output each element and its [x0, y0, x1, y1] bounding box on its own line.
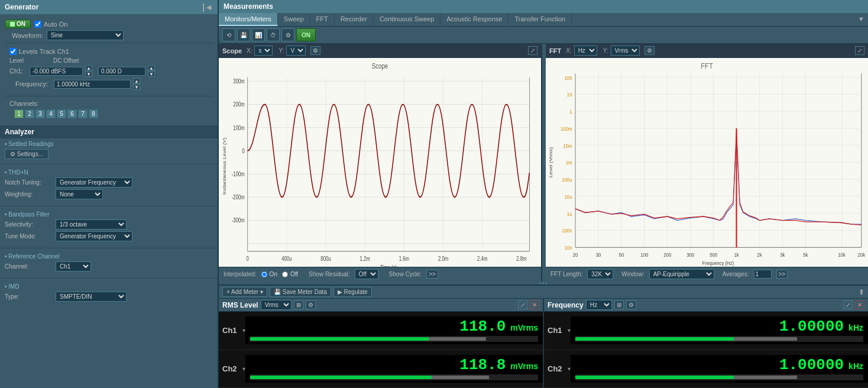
save-meter-data-btn[interactable]: 💾 Save Meter Data — [270, 287, 331, 297]
rms-meter-header: RMS Level VrmsdBFSdBV ⊞ ⚙ ⤢ ✕ — [219, 299, 543, 312]
rms-ch2-value-area: 118.8 mVrms — [245, 355, 543, 383]
tool-data-btn[interactable]: 📊 — [252, 28, 265, 41]
tune-mode-select[interactable]: Generator FrequencyFixed — [56, 231, 132, 241]
auto-on-checkbox[interactable] — [34, 21, 41, 28]
tab-fft[interactable]: FFT — [310, 13, 335, 26]
window-select[interactable]: AP-EquirippleHannBlackmanFlat Top — [649, 269, 714, 279]
notch-tuning-select[interactable]: Generator FrequencyFixed — [56, 177, 132, 187]
fft-chart: FFT — [546, 58, 868, 267]
fft-length-select[interactable]: 32K1K4K16K64K — [587, 269, 613, 279]
ch-btn-1[interactable]: 1 — [14, 109, 24, 118]
level-down-btn[interactable]: ▼ — [85, 71, 92, 77]
svg-text:5k: 5k — [803, 251, 808, 258]
interpolated-on-radio[interactable] — [261, 271, 267, 277]
analyzer-header: Analyzer — [0, 125, 218, 138]
show-cycle-btn[interactable]: >> — [426, 270, 438, 279]
tab-sweep[interactable]: Sweep — [278, 13, 310, 26]
settled-readings-title: • Settled Readings — [5, 141, 213, 147]
scope-title-bar: Scope X: s Y: V ⚙ ⤢ — [219, 44, 541, 58]
dc-down-btn[interactable]: ▼ — [148, 71, 155, 77]
freq-close-btn[interactable]: ✕ — [855, 300, 864, 309]
waveform-select[interactable]: SineSquareTriangle — [47, 30, 124, 40]
interpolated-off-radio[interactable] — [282, 271, 288, 277]
measurements-title: Measurements — [224, 2, 273, 11]
rms-settings-btn[interactable]: ⚙ — [306, 300, 316, 309]
tab-monitors-meters[interactable]: Monitors/Meters — [219, 13, 278, 26]
averages-expand-btn[interactable]: >> — [776, 270, 788, 279]
freq-ch1-label: Ch1 — [544, 326, 568, 335]
freq-config-btn[interactable]: ⊞ — [614, 300, 624, 309]
rms-ch1-row: Ch1 ▾ 118.0 mVrms — [219, 312, 543, 350]
svg-text:100: 100 — [640, 251, 648, 258]
svg-text:400u: 400u — [281, 255, 292, 261]
dc-up-btn[interactable]: ▲ — [148, 65, 155, 71]
tool-reset-btn[interactable]: ⟲ — [222, 28, 235, 41]
show-residual-select[interactable]: OffOn — [355, 269, 378, 279]
frequency-input[interactable] — [54, 80, 131, 89]
regulate-btn[interactable]: ▶ Regulate — [333, 287, 372, 297]
scope-y-select[interactable]: V — [286, 46, 306, 56]
fft-settings-btn[interactable]: ⚙ — [644, 46, 655, 55]
scope-y-label: Y: — [278, 47, 284, 54]
tab-acoustic-response[interactable]: Acoustic Response — [441, 13, 509, 26]
generator-on-button[interactable]: ON — [5, 20, 31, 28]
rms-expand-btn[interactable]: ⤢ — [518, 300, 527, 309]
weighting-select[interactable]: NoneABC — [56, 189, 103, 199]
tool-save-btn[interactable]: 💾 — [237, 28, 250, 41]
ch-btn-5[interactable]: 5 — [57, 109, 66, 118]
tool-clock-btn[interactable]: ⏱ — [267, 28, 280, 41]
freq-up-btn[interactable]: ▲ — [133, 78, 140, 84]
fft-y-select[interactable]: Vrms — [611, 46, 640, 56]
ref-channel-select[interactable]: Ch1Ch2 — [56, 261, 91, 271]
averages-label: Averages: — [723, 271, 749, 277]
fft-expand-btn[interactable]: ⤢ — [855, 46, 864, 55]
freq-readings: Ch1 ▾ 1.00000 kHz — [544, 312, 868, 388]
scope-x-select[interactable]: s — [254, 46, 273, 56]
freq-ch2-value: 1.00000 — [779, 357, 844, 373]
tool-settings-btn[interactable]: ⚙ — [281, 28, 294, 41]
imd-type-label: Type: — [5, 293, 52, 300]
tab-recorder[interactable]: Recorder — [335, 13, 374, 26]
dc-offset-input[interactable] — [98, 67, 145, 76]
selectivity-select[interactable]: 1/3 octave1 octaveNarrow — [56, 219, 127, 229]
svg-text:10k: 10k — [838, 251, 846, 258]
interpolated-label: Interpolated: — [224, 271, 257, 277]
collapse-panel-btn[interactable]: ▼ — [854, 13, 868, 26]
rms-close-btn[interactable]: ✕ — [530, 300, 539, 309]
freq-expand-btn[interactable]: ⤢ — [843, 300, 853, 309]
tab-continuous-sweep[interactable]: Continuous Sweep — [374, 13, 441, 26]
rms-config-btn[interactable]: ⊞ — [294, 300, 303, 309]
svg-text:100: 100 — [565, 75, 572, 81]
meter-collapse-btn[interactable]: ⬆ — [859, 288, 864, 296]
ch-btn-3[interactable]: 3 — [35, 109, 45, 118]
imd-type-select[interactable]: SMPTE/DINCCIF/DINDFD — [56, 292, 127, 302]
scope-expand-btn[interactable]: ⤢ — [528, 46, 537, 55]
level-input[interactable] — [30, 67, 83, 76]
freq-unit-select[interactable]: HzkHz — [586, 300, 612, 310]
ch-btn-2[interactable]: 2 — [25, 109, 34, 118]
ch-btn-4[interactable]: 4 — [46, 109, 56, 118]
settings-button[interactable]: ⚙ Settings... — [5, 149, 48, 159]
rms-ch2-label: Ch2 — [219, 364, 242, 373]
ch-btn-6[interactable]: 6 — [67, 109, 77, 118]
ch-btn-7[interactable]: 7 — [78, 109, 88, 118]
freq-down-btn[interactable]: ▼ — [133, 84, 140, 90]
toolbar-on-btn[interactable]: ON — [296, 28, 316, 41]
interp-on-label: On — [270, 271, 277, 277]
level-up-btn[interactable]: ▲ — [85, 65, 92, 71]
svg-text:20: 20 — [573, 251, 578, 258]
analyzer-title: Analyzer — [5, 128, 34, 136]
ch-btn-8[interactable]: 8 — [89, 109, 98, 118]
tab-transfer-function[interactable]: Transfer Function — [509, 13, 572, 26]
collapse-icon[interactable]: ⬆ — [859, 288, 864, 296]
scope-settings-btn[interactable]: ⚙ — [310, 46, 320, 55]
levels-track-checkbox[interactable] — [9, 48, 17, 55]
add-meter-btn[interactable]: + Add Meter ▾ — [222, 287, 267, 297]
resize-handle: |◄ — [202, 2, 213, 12]
freq-settings-btn[interactable]: ⚙ — [626, 300, 636, 309]
fft-x-label: X: — [566, 47, 571, 54]
fft-x-select[interactable]: Hz — [574, 46, 597, 56]
averages-input[interactable] — [754, 270, 772, 279]
freq-ch2-bar-gray — [734, 376, 797, 379]
rms-unit-select[interactable]: VrmsdBFSdBV — [261, 300, 292, 310]
